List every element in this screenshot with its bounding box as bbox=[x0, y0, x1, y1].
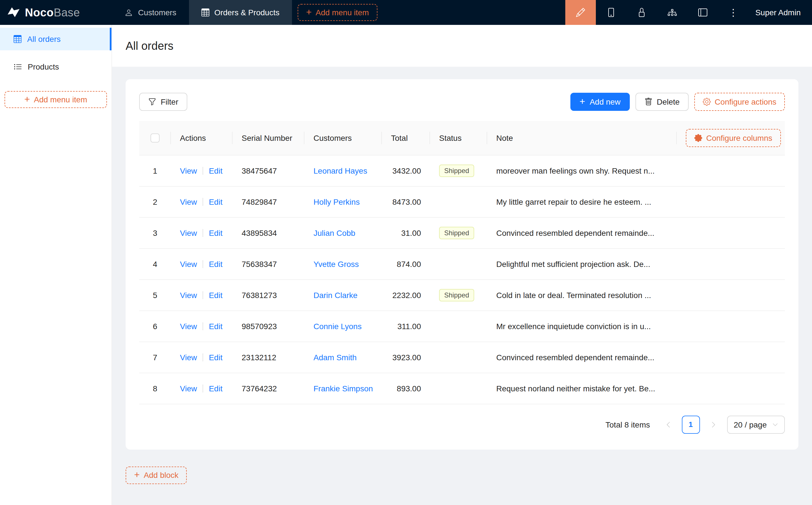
action-divider-icon bbox=[202, 260, 203, 268]
table-header-row: Actions Serial Number Customers Total St… bbox=[139, 121, 785, 155]
edit-link[interactable]: Edit bbox=[209, 384, 222, 393]
edit-link[interactable]: Edit bbox=[209, 197, 222, 206]
view-link[interactable]: View bbox=[180, 290, 197, 300]
edit-link[interactable]: Edit bbox=[209, 322, 222, 331]
customer-link[interactable]: Leonard Hayes bbox=[313, 166, 367, 175]
page-content: Filter + Add new Delete bbox=[112, 67, 812, 505]
total-cell: 31.00 bbox=[382, 217, 430, 248]
note-cell: moreover man feelings own shy. Request n… bbox=[487, 155, 677, 186]
edit-link[interactable]: Edit bbox=[209, 166, 222, 175]
customer-link[interactable]: Julian Cobb bbox=[313, 228, 355, 237]
table-icon bbox=[201, 8, 209, 16]
pencil-icon bbox=[576, 8, 585, 17]
sidebar-item-products[interactable]: Products bbox=[0, 55, 112, 78]
action-divider-icon bbox=[202, 167, 203, 174]
table-row: 8 ViewEdit 73764232 Frankie Simpson 893.… bbox=[139, 373, 785, 404]
serial-number-cell: 75638347 bbox=[233, 248, 304, 279]
action-divider-icon bbox=[202, 229, 203, 237]
note-cell: Request norland neither mistake for yet.… bbox=[487, 373, 677, 404]
serial-number-cell: 74829847 bbox=[233, 186, 304, 217]
plus-icon: + bbox=[24, 95, 30, 104]
add-block-button[interactable]: + Add block bbox=[126, 466, 187, 484]
row-index: 2 bbox=[153, 197, 157, 206]
configure-actions-button[interactable]: Configure actions bbox=[694, 93, 785, 111]
edit-link[interactable]: Edit bbox=[209, 228, 222, 237]
api-keys-button[interactable] bbox=[627, 0, 657, 25]
add-menu-item-button-sidebar[interactable]: + Add menu item bbox=[5, 91, 107, 108]
toolbar-actions: + Add new Delete bbox=[570, 93, 785, 111]
view-link[interactable]: View bbox=[180, 197, 197, 206]
action-divider-icon bbox=[202, 291, 203, 299]
plus-icon: + bbox=[134, 470, 140, 480]
layout: All orders Products + Add menu item All … bbox=[0, 25, 812, 505]
table-row: 5 ViewEdit 76381273 Darin Clarke 2232.00… bbox=[139, 279, 785, 311]
filter-icon bbox=[148, 98, 156, 106]
status-tag: Shipped bbox=[439, 226, 474, 239]
serial-number-cell: 23132112 bbox=[233, 342, 304, 373]
view-link[interactable]: View bbox=[180, 322, 197, 331]
view-link[interactable]: View bbox=[180, 353, 197, 362]
table-row: 1 ViewEdit 38475647 Leonard Hayes 3432.0… bbox=[139, 155, 785, 186]
delete-button[interactable]: Delete bbox=[635, 93, 689, 111]
list-icon bbox=[14, 62, 22, 71]
status-tag: Shipped bbox=[439, 164, 474, 177]
page-number-button[interactable]: 1 bbox=[682, 415, 700, 434]
action-divider-icon bbox=[202, 353, 203, 361]
workflow-button[interactable] bbox=[657, 0, 687, 25]
customer-link[interactable]: Frankie Simpson bbox=[313, 384, 373, 393]
edit-link[interactable]: Edit bbox=[209, 290, 222, 300]
nocobase-logo-icon bbox=[7, 6, 20, 19]
edit-link[interactable]: Edit bbox=[209, 353, 222, 362]
configure-actions-label: Configure actions bbox=[715, 97, 776, 106]
delete-label: Delete bbox=[657, 97, 680, 106]
customer-link[interactable]: Adam Smith bbox=[313, 353, 357, 362]
page-size-select[interactable]: 20 / page bbox=[727, 415, 785, 434]
layout-button[interactable] bbox=[687, 0, 718, 25]
person-icon bbox=[125, 8, 133, 17]
nav-tab-customers[interactable]: Customers bbox=[112, 0, 189, 25]
sidebar-item-label: All orders bbox=[27, 34, 60, 43]
customer-link[interactable]: Darin Clarke bbox=[313, 290, 358, 300]
orders-table-body: 1 ViewEdit 38475647 Leonard Hayes 3432.0… bbox=[139, 155, 785, 404]
next-page-button[interactable] bbox=[704, 415, 722, 434]
prev-page-button[interactable] bbox=[659, 415, 677, 434]
navbar-right-actions: ⋮ Super Admin bbox=[565, 0, 812, 25]
chevron-down-icon bbox=[772, 422, 778, 427]
note-cell: Delightful met sufficient projection ask… bbox=[487, 248, 677, 279]
table-icon bbox=[14, 35, 21, 43]
trash-icon bbox=[644, 98, 652, 106]
more-button[interactable]: ⋮ bbox=[718, 0, 749, 25]
mobile-button[interactable] bbox=[596, 0, 627, 25]
add-new-button[interactable]: + Add new bbox=[570, 93, 630, 111]
view-link[interactable]: View bbox=[180, 384, 197, 393]
nav-tab-label: Customers bbox=[138, 8, 176, 17]
nocobase-logo-text: NocoBase bbox=[25, 6, 80, 19]
total-cell: 3432.00 bbox=[382, 155, 430, 186]
total-cell: 8473.00 bbox=[382, 186, 430, 217]
serial-number-cell: 38475647 bbox=[233, 155, 304, 186]
customer-link[interactable]: Holly Perkins bbox=[313, 197, 360, 206]
select-all-checkbox[interactable] bbox=[150, 134, 160, 143]
orders-table-block: Filter + Add new Delete bbox=[126, 79, 798, 449]
edit-link[interactable]: Edit bbox=[209, 259, 222, 268]
view-link[interactable]: View bbox=[180, 166, 197, 175]
nav-tab-orders-products[interactable]: Orders & Products bbox=[189, 0, 292, 25]
filter-button[interactable]: Filter bbox=[139, 93, 187, 111]
customer-link[interactable]: Connie Lyons bbox=[313, 322, 362, 331]
serial-number-cell: 98570923 bbox=[233, 311, 304, 342]
customer-link[interactable]: Yvette Gross bbox=[313, 259, 359, 268]
add-menu-item-button-navbar[interactable]: + Add menu item bbox=[298, 4, 377, 21]
status-tag: Shipped bbox=[439, 289, 474, 301]
user-menu[interactable]: Super Admin bbox=[749, 8, 812, 17]
nocobase-logo[interactable]: NocoBase bbox=[0, 0, 112, 25]
column-header-serial-number: Serial Number bbox=[233, 121, 304, 155]
serial-number-cell: 76381273 bbox=[233, 279, 304, 311]
configure-columns-button[interactable]: Configure columns bbox=[686, 129, 781, 147]
add-menu-item-label: Add menu item bbox=[34, 95, 87, 104]
action-divider-icon bbox=[202, 384, 203, 392]
ui-editor-button[interactable] bbox=[565, 0, 596, 25]
gear-icon bbox=[703, 98, 711, 106]
view-link[interactable]: View bbox=[180, 228, 197, 237]
view-link[interactable]: View bbox=[180, 259, 197, 268]
sidebar-item-all-orders[interactable]: All orders bbox=[0, 28, 112, 50]
